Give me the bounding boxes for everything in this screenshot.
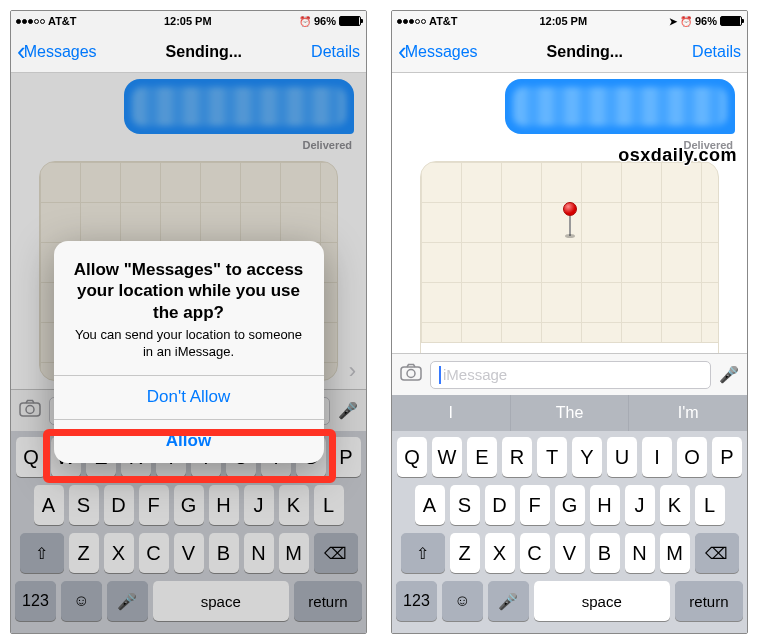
suggestion-3[interactable]: I'm	[629, 395, 747, 431]
alert-message: You can send your location to someone in…	[70, 327, 308, 361]
key-q[interactable]: Q	[397, 437, 427, 477]
mic-icon[interactable]: 🎤	[719, 365, 739, 384]
space-key[interactable]: space	[534, 581, 670, 621]
emoji-key[interactable]: ☺	[442, 581, 483, 621]
key-e[interactable]: E	[467, 437, 497, 477]
battery-percent: 96%	[695, 15, 717, 27]
key-b[interactable]: B	[590, 533, 620, 573]
alert-backdrop: Allow "Messages" to access your location…	[11, 11, 366, 633]
camera-icon[interactable]	[400, 363, 422, 386]
key-m[interactable]: M	[660, 533, 690, 573]
key-h[interactable]: H	[590, 485, 620, 525]
key-f[interactable]: F	[520, 485, 550, 525]
status-bar: AT&T 12:05 PM ➤ ⏰ 96%	[392, 11, 747, 31]
key-j[interactable]: J	[625, 485, 655, 525]
key-z[interactable]: Z	[450, 533, 480, 573]
location-arrow-icon: ➤	[669, 16, 677, 27]
key-o[interactable]: O	[677, 437, 707, 477]
key-l[interactable]: L	[695, 485, 725, 525]
key-i[interactable]: I	[642, 437, 672, 477]
nav-bar: ‹ Messages Sending... Details	[392, 31, 747, 73]
phone-left: AT&T 12:05 PM ⏰ 96% ‹ Messages Sending..…	[10, 10, 367, 634]
back-label: Messages	[405, 43, 478, 61]
signal-dots-icon	[397, 19, 426, 24]
key-p[interactable]: P	[712, 437, 742, 477]
key-u[interactable]: U	[607, 437, 637, 477]
nav-title: Sending...	[547, 43, 623, 61]
conversation[interactable]: Delivered Locating... › osxdaily.com	[392, 73, 747, 353]
key-s[interactable]: S	[450, 485, 480, 525]
return-key[interactable]: return	[675, 581, 743, 621]
key-t[interactable]: T	[537, 437, 567, 477]
key-row-1: QWERTYUIOP	[396, 437, 743, 477]
details-button[interactable]: Details	[692, 43, 741, 61]
chevron-right-icon: ›	[699, 350, 706, 353]
phone-right: AT&T 12:05 PM ➤ ⏰ 96% ‹ Messages Sending…	[391, 10, 748, 634]
key-k[interactable]: K	[660, 485, 690, 525]
key-d[interactable]: D	[485, 485, 515, 525]
map-pin-icon	[563, 202, 577, 238]
back-button[interactable]: ‹ Messages	[398, 40, 478, 64]
backspace-key[interactable]: ⌫	[695, 533, 739, 573]
dictation-key[interactable]: 🎤	[488, 581, 529, 621]
text-cursor	[439, 366, 441, 384]
key-y[interactable]: Y	[572, 437, 602, 477]
suggestion-1[interactable]: I	[392, 395, 510, 431]
quicktype-bar: I The I'm	[392, 395, 747, 431]
svg-point-3	[407, 370, 415, 378]
key-row-2: ASDFGHJKL	[396, 485, 743, 525]
key-v[interactable]: V	[555, 533, 585, 573]
alert-title: Allow "Messages" to access your location…	[70, 259, 308, 323]
key-w[interactable]: W	[432, 437, 462, 477]
deny-button[interactable]: Don't Allow	[54, 375, 324, 419]
key-n[interactable]: N	[625, 533, 655, 573]
location-card[interactable]: Locating... ›	[420, 161, 719, 353]
battery-icon	[720, 16, 742, 26]
map-preview	[421, 162, 718, 342]
alarm-icon: ⏰	[680, 16, 692, 27]
key-x[interactable]: X	[485, 533, 515, 573]
message-input[interactable]: iMessage	[430, 361, 711, 389]
shift-key[interactable]: ⇧	[401, 533, 445, 573]
compose-bar: iMessage 🎤	[392, 353, 747, 395]
key-a[interactable]: A	[415, 485, 445, 525]
numbers-key[interactable]: 123	[396, 581, 437, 621]
key-g[interactable]: G	[555, 485, 585, 525]
key-r[interactable]: R	[502, 437, 532, 477]
placeholder: iMessage	[443, 366, 507, 383]
key-c[interactable]: C	[520, 533, 550, 573]
key-row-3: ⇧ZXCVBNM⌫	[396, 533, 743, 573]
keyboard: QWERTYUIOP ASDFGHJKL ⇧ZXCVBNM⌫ 123 ☺ 🎤 s…	[392, 431, 747, 633]
suggestion-2[interactable]: The	[511, 395, 629, 431]
outgoing-message[interactable]	[505, 79, 735, 134]
permission-alert: Allow "Messages" to access your location…	[54, 241, 324, 463]
clock: 12:05 PM	[539, 15, 587, 27]
key-row-bottom: 123 ☺ 🎤 space return	[396, 581, 743, 621]
watermark: osxdaily.com	[618, 145, 737, 166]
carrier-label: AT&T	[429, 15, 458, 27]
allow-button[interactable]: Allow	[54, 419, 324, 463]
